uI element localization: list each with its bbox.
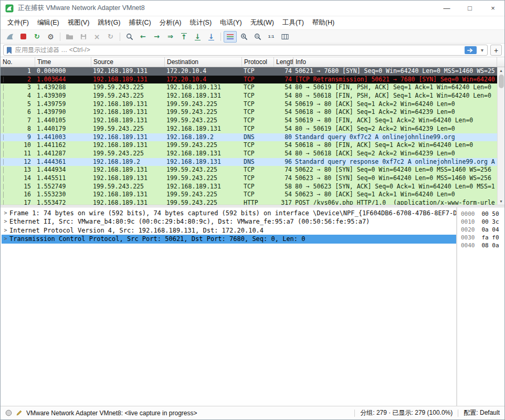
packet-row[interactable]: 161.553230192.168.189.131199.59.243.225T… [1,191,497,199]
menu-file[interactable]: 文件(F) [3,18,33,27]
column-header-no[interactable]: No. [1,57,35,67]
save-file-icon[interactable] [77,31,90,43]
detail-line[interactable]: >Frame 1: 74 bytes on wire (592 bits), 7… [2,209,456,217]
go-forward-icon[interactable]: → [150,31,163,43]
packet-cell-info: 80 → 50618 [ACK] Seq=2 Ack=2 Win=64239 L… [293,150,497,158]
menu-help[interactable]: 帮助(H) [308,18,339,27]
scrollbar-up-icon[interactable]: ▲ [499,67,503,74]
packet-row[interactable]: 121.444361192.168.189.2192.168.189.131DN… [1,158,497,166]
expand-chevron-icon[interactable]: > [2,217,9,226]
menu-wireless[interactable]: 无线(W) [246,18,278,27]
menu-view[interactable]: 视图(V) [64,18,94,27]
go-last-icon[interactable]: ↓ [191,31,204,43]
packet-cell-dst: 199.59.243.225 [165,141,242,150]
menu-go[interactable]: 跳转(G) [93,18,124,27]
packet-cell-info: 50623 → 80 [ACK] Seq=1 Ack=1 Win=64240 L… [293,191,497,199]
filter-placeholder: 应用显示过滤器 … <Ctrl-/> [15,46,461,55]
go-first-icon[interactable]: ↑ [177,31,191,43]
menu-analyze[interactable]: 分析(A) [155,18,186,27]
packet-row[interactable]: 141.445511192.168.189.131199.59.243.225T… [1,174,497,183]
packet-row[interactable]: 101.441162192.168.189.131199.59.243.225T… [1,141,497,150]
packet-row[interactable]: 111.441287199.59.243.225192.168.189.131T… [1,150,497,158]
packet-cell-dst: 172.20.10.4 [165,67,242,76]
packet-row[interactable]: 91.441003192.168.189.131192.168.189.2DNS… [1,133,497,142]
hex-line[interactable]: 00200a 04 [461,226,504,234]
packet-row[interactable]: 81.440179199.59.243.225192.168.189.131TC… [1,125,497,133]
packet-row[interactable]: 131.444934192.168.189.131199.59.243.225T… [1,166,497,174]
close-file-icon[interactable]: × [90,31,103,43]
close-button[interactable]: × [481,1,504,16]
expand-chevron-icon[interactable]: > [2,209,9,217]
zoom-in-icon[interactable] [237,31,250,43]
packet-row[interactable]: 61.439790192.168.189.131199.59.243.225TC… [1,108,497,117]
menu-edit[interactable]: 编辑(E) [33,18,64,27]
start-capture-icon[interactable] [3,31,16,43]
packet-cell-info: 50618 → 80 [FIN, ACK] Seq=1 Ack=2 Win=64… [293,141,497,150]
packet-cell-no: 1 [1,67,35,76]
packet-cell-src: 192.168.189.2 [91,158,165,166]
resize-columns-icon[interactable] [278,31,291,43]
column-header-proto[interactable]: Protocol [242,57,274,67]
auto-scroll-icon[interactable]: ↓ [205,31,218,43]
stop-capture-icon[interactable] [17,31,30,43]
column-header-info[interactable]: Info [293,57,497,67]
detail-line[interactable]: >Internet Protocol Version 4, Src: 192.1… [2,226,456,235]
restart-capture-icon[interactable]: ↻ [30,31,44,43]
packet-row[interactable]: 171.553472192.168.189.131199.59.243.225H… [1,199,497,205]
column-header-src[interactable]: Source [91,57,165,67]
expert-info-icon[interactable] [5,410,12,416]
open-file-icon[interactable] [63,31,76,43]
expand-chevron-icon[interactable]: > [2,226,9,235]
packet-row[interactable]: 51.439759192.168.189.131199.59.243.225TC… [1,100,497,109]
maximize-button[interactable]: □ [458,1,481,16]
detail-line-text: Internet Protocol Version 4, Src: 192.16… [9,226,264,235]
menu-capture[interactable]: 捕获(C) [124,18,155,27]
menu-statistics[interactable]: 统计(S) [185,18,216,27]
hex-line[interactable]: 000000 50 [461,210,504,218]
menu-telephony[interactable]: 电话(Y) [216,18,246,27]
packet-cell-no: 5 [1,100,35,109]
filter-apply-button[interactable] [465,46,477,54]
filter-add-button[interactable]: + [490,45,502,56]
find-packet-icon[interactable] [123,31,136,43]
packet-row[interactable]: 41.439309199.59.243.225192.168.189.131TC… [1,92,497,100]
packet-cell-info: 80 → 50618 [FIN, PSH, ACK] Seq=1 Ack=1 W… [293,92,497,100]
packet-list-scrollbar[interactable]: ▲ ▼ [497,67,504,205]
packet-row[interactable]: 21.003644192.168.189.131172.20.10.4TCP74… [1,76,497,84]
column-header-len[interactable]: Length [274,57,293,67]
hex-offset: 0030 [461,234,475,242]
bookmark-icon[interactable] [6,47,12,54]
go-back-icon[interactable]: ← [136,31,150,43]
hex-line[interactable]: 004008 0a [461,242,504,249]
profile-text[interactable]: 配置: Default [464,408,500,417]
go-to-packet-icon[interactable]: ⇒ [164,31,177,43]
packet-row[interactable]: 151.552749199.59.243.225192.168.189.131T… [1,183,497,191]
detail-line[interactable]: >Ethernet II, Src: VMware_b4:80:9c (00:0… [2,217,456,226]
menu-tools[interactable]: 工具(T) [278,18,308,27]
column-header-dst[interactable]: Destination [165,57,242,67]
colorize-icon[interactable] [224,31,237,43]
detail-line[interactable]: >Transmission Control Protocol, Src Port… [2,235,456,243]
packet-row[interactable]: 71.440105192.168.189.131199.59.243.225TC… [1,117,497,125]
expand-chevron-icon[interactable]: > [2,235,9,243]
hex-line[interactable]: 0030fa f0 [461,234,504,242]
reload-file-icon[interactable]: ↻ [104,31,117,43]
packet-row[interactable]: 31.439288199.59.243.225192.168.189.131TC… [1,83,497,92]
column-header-time[interactable]: Time [35,57,91,67]
filter-input[interactable]: 应用显示过滤器 … <Ctrl-/> ▾ [3,45,488,56]
scrollbar-down-icon[interactable]: ▼ [499,198,503,205]
packet-cell-src: 199.59.243.225 [91,83,165,92]
capture-options-icon[interactable]: ⚙ [44,31,57,43]
hex-line[interactable]: 001000 3c [461,218,504,226]
zoom-original-icon[interactable]: 1:1 [265,31,278,43]
filter-dropdown-caret[interactable]: ▾ [480,47,485,53]
minimize-button[interactable]: — [435,1,458,16]
capture-comment-icon[interactable] [16,410,23,416]
packet-cell-src: 199.59.243.225 [91,183,165,191]
scrollbar-thumb[interactable] [499,75,504,88]
packet-cell-proto: TCP [242,100,274,109]
packet-row[interactable]: 10.000000192.168.189.131172.20.10.4TCP74… [1,67,497,76]
packet-cell-len: 74 [274,166,293,174]
packet-cell-info: POST /kys06y.php HTTP/1.0 (application/x… [293,199,497,205]
zoom-out-icon[interactable] [251,31,264,43]
